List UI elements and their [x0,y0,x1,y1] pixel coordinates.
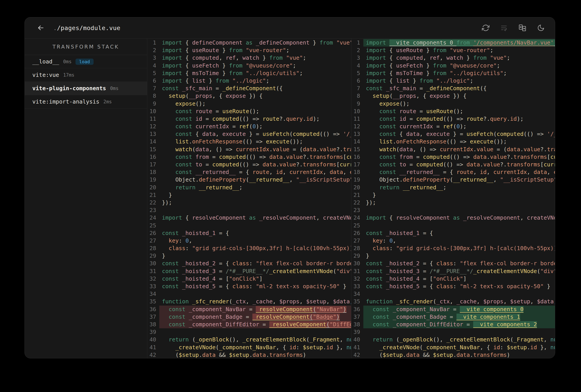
plugin-item-vite-plugin-components[interactable]: vite-plugin-components0ms [25,82,147,95]
code-line: 32const _hoisted_4 = ["onClick"] [147,275,351,283]
line-code [363,222,555,230]
code-line: 14 list.onFetchResponse(() => execute())… [351,138,555,146]
line-code: const _hoisted_3 = /*#__PURE__*/_createE… [363,268,555,275]
code-line: 4import { useFetch } from "@vueuse/core"… [351,62,555,70]
line-number: 19 [147,176,159,184]
line-code: const _sfc_main = _defineComponent({ [363,85,555,92]
arrow-left-icon [37,24,45,32]
line-number: 42 [351,351,363,358]
line-number: 7 [351,85,363,92]
code-line: 23 [147,206,351,214]
line-number: 17 [351,161,363,168]
code-panel-before[interactable]: 1import { defineComponent as _defineComp… [147,38,351,358]
line-code: import { useFetch } from "@vueuse/core"; [363,62,555,70]
code-line: 21 } [147,191,351,199]
line-code: import { resolveComponent as _resolveCom… [363,214,555,222]
line-number: 41 [351,344,363,351]
line-code: import { useRoute } from "vue-router"; [159,46,351,54]
code-line: 34 [351,290,555,298]
line-number: 1 [147,39,159,46]
line-code [159,328,351,336]
line-code: ($setup.data && $setup.data.transforms) [159,351,351,358]
line-number: 39 [351,328,363,336]
back-button[interactable] [36,23,46,33]
line-number: 22 [351,199,363,206]
line-number: 17 [147,161,159,168]
line-number: 37 [351,313,363,321]
line-number: 3 [351,54,363,62]
line-code: import { resolveComponent as _resolveCom… [159,214,351,222]
code-line: 9 expose(); [351,100,555,108]
line-code: const to = computed(() => data.value?.tr… [363,161,555,168]
line-code: const _component_Badge = _resolveCompone… [159,313,351,321]
line-wrap-icon[interactable] [499,23,508,32]
line-number: 11 [147,115,159,123]
line-code: setup(__props, { expose }) { [363,92,555,100]
code-line: 15 watch(data, () => currentIdx.value = … [351,146,555,153]
code-line: 5import { msToTime } from "../logic/util… [351,70,555,77]
line-code: const _hoisted_1 = { [159,230,351,237]
code-line: 3import { computed, ref, watch } from "v… [147,54,351,62]
plugin-list: __load__0msloadvite:vue17msvite-plugin-c… [25,55,147,108]
line-number: 5 [351,70,363,77]
code-line: 17 const to = computed(() => data.value?… [351,161,555,168]
line-number: 21 [351,191,363,199]
line-number: 14 [147,138,159,146]
line-number: 15 [147,146,159,153]
code-line: 24import { resolveComponent as _resolveC… [147,214,351,222]
line-code: watch(data, () => currentIdx.value = (da… [363,146,555,153]
plugin-time: 0ms [110,86,118,91]
line-number: 16 [147,153,159,161]
line-code: ($setup.data && $setup.data.transforms) [363,351,555,358]
code-line: 16 const from = computed(() => data.valu… [351,153,555,161]
line-code: list.onFetchResponse(() => execute()); [363,138,555,146]
code-line: 19 Object.defineProperty(__returned__, "… [147,176,351,184]
line-code: const { data, execute } = useFetch(compu… [159,130,351,138]
line-number: 14 [351,138,363,146]
code-line: 37 const _component_Badge = _resolveComp… [147,313,351,321]
line-number: 1 [351,39,363,46]
line-code: const to = computed(() => data.value?.tr… [159,161,351,168]
line-code: key: 0, [363,237,555,244]
code-line: 25 [351,222,555,230]
line-number: 40 [147,336,159,344]
refresh-icon[interactable] [481,23,490,32]
code-line: 29} [147,252,351,260]
code-line: 36 const _component_NavBar = __vite_comp… [351,306,555,313]
code-line: 7const _sfc_main = _defineComponent({ [147,85,351,92]
code-line: 31const _hoisted_3 = /*#__PURE__*/_creat… [351,268,555,275]
plugin-item--load-[interactable]: __load__0msload [25,55,147,68]
code-line: 12 const currentIdx = ref(0); [147,123,351,130]
plugin-item-vite-import-analysis[interactable]: vite:import-analysis2ms [25,95,147,108]
dark-mode-moon-icon[interactable] [536,23,546,32]
line-code: const _component_NavBar = _resolveCompon… [159,306,351,313]
code-line: 40 return (_openBlock(), _createElementB… [147,336,351,344]
line-code [363,206,555,214]
line-number: 32 [351,275,363,283]
line-code: return (_openBlock(), _createElementBloc… [363,336,555,344]
plugin-item-vite-vue[interactable]: vite:vue17ms [25,68,147,82]
line-number: 24 [351,214,363,222]
line-number: 32 [147,275,159,283]
line-number: 34 [351,290,363,298]
side-by-side-diff-icon[interactable] [518,23,527,33]
line-code: import { list } from "../logic"; [159,77,351,85]
line-number: 31 [147,268,159,275]
line-code: _createVNode(_component_NavBar, { id: $s… [159,344,351,351]
line-number: 2 [351,46,363,54]
plugin-time: 2ms [103,99,112,104]
code-line: 38 const _component_DiffEditor = __vite_… [351,321,555,328]
plugin-name: vite:vue [32,72,59,78]
line-code: watch(data, () => currentIdx.value = (da… [159,146,351,153]
line-code: const _hoisted_4 = ["onClick"] [159,275,351,283]
code-line: 13 const { data, execute } = useFetch(co… [147,130,351,138]
line-number: 11 [351,115,363,123]
plugin-name: __load__ [32,58,59,65]
line-code: }); [159,199,351,206]
line-code: return (_openBlock(), _createElementBloc… [159,336,351,344]
line-code: } [363,252,555,260]
code-panel-after[interactable]: 1import __vite_components_0 from '/compo… [351,38,555,358]
line-number: 24 [147,214,159,222]
code-line: 33const _hoisted_5 = { class: "ml-2 text… [351,283,555,290]
line-number: 25 [147,222,159,230]
